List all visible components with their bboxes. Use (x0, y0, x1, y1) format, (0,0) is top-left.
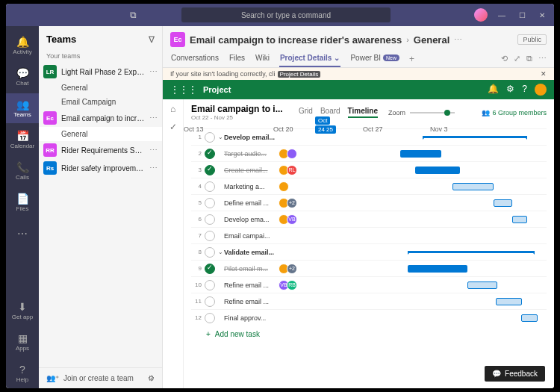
user-avatar[interactable] (474, 8, 488, 22)
waffle-icon[interactable]: ⋮⋮⋮ (170, 84, 197, 95)
maximize-button[interactable]: ☐ (516, 11, 529, 19)
assignees[interactable]: +2 (281, 264, 303, 274)
team-row[interactable]: LRLight Rail Phase 2 Expans...⋯ (39, 63, 162, 81)
task-checkbox[interactable] (205, 149, 215, 159)
assignees[interactable]: VB (281, 214, 303, 225)
view-grid[interactable]: Grid (299, 107, 313, 118)
chevron-icon[interactable]: ⌄ (218, 249, 224, 255)
feedback-button[interactable]: 💬 Feedback (485, 366, 545, 382)
rail-get-app[interactable]: ⬇Get app (6, 296, 39, 326)
task-row[interactable]: 4Marketing a... (191, 178, 547, 194)
gantt-bar[interactable] (496, 298, 522, 305)
task-checkbox[interactable] (205, 280, 215, 290)
gear-icon[interactable]: ⚙ (148, 374, 155, 382)
zoom-control[interactable]: Zoom (388, 109, 455, 116)
tab-power-bi[interactable]: Power BINew (349, 50, 400, 67)
close-button[interactable]: ✕ (536, 11, 548, 19)
task-checkbox[interactable] (205, 132, 215, 143)
gantt-bar[interactable] (408, 265, 467, 273)
assignees[interactable]: VBRB (281, 280, 303, 290)
team-row[interactable]: RRRider Requirements Survey⋯ (39, 141, 162, 159)
help-icon[interactable]: ? (522, 84, 527, 96)
add-tab-button[interactable]: + (409, 54, 414, 64)
task-row[interactable]: 8⌄Validate email... (191, 243, 547, 260)
filter-icon[interactable]: ∇ (149, 34, 155, 45)
close-warning-icon[interactable]: ✕ (541, 70, 547, 78)
task-checkbox[interactable] (205, 296, 215, 307)
join-create-team[interactable]: 👥⁺ Join or create a team ⚙ (39, 367, 162, 388)
task-row[interactable]: 2Target audie... (191, 145, 547, 161)
gantt-bar[interactable] (494, 199, 512, 207)
assignees[interactable]: +2 (281, 198, 303, 208)
profile-avatar[interactable] (535, 84, 547, 96)
team-row[interactable]: RsRider safety improvements⋯ (39, 159, 162, 177)
privacy-badge[interactable]: Public (517, 34, 547, 45)
tab-files[interactable]: Files (228, 50, 246, 67)
rail-teams[interactable]: 👥Teams (6, 93, 39, 123)
rail-activity[interactable]: 🔔Activity (6, 31, 39, 60)
task-checkbox[interactable] (205, 214, 215, 225)
task-row[interactable]: 10Refine email ...VBRB (191, 276, 547, 293)
task-checkbox[interactable] (205, 165, 215, 175)
task-checkbox[interactable] (205, 247, 215, 258)
expand-icon[interactable]: ⤢ (514, 54, 520, 63)
header-more[interactable]: ⋯ (454, 35, 462, 45)
gantt-bar[interactable] (512, 216, 527, 223)
search-input[interactable]: Search or type a command (181, 7, 391, 22)
gantt-bar[interactable] (415, 167, 460, 174)
breadcrumb-team[interactable]: Email campaign to increase rider's aware… (190, 34, 402, 46)
rail-help[interactable]: ?Help (6, 358, 39, 388)
refresh-icon[interactable]: ⟲ (501, 54, 508, 63)
task-row[interactable]: 12Final approv... (191, 309, 547, 326)
bell-icon[interactable]: 🔔 (488, 84, 499, 96)
task-row[interactable]: 5Define email ...+2 (191, 194, 547, 211)
task-checkbox[interactable] (205, 313, 215, 323)
tab-project-details[interactable]: Project Details⌄ (279, 50, 340, 67)
task-row[interactable]: 9Pilot email m...+2 (191, 260, 547, 276)
tab-wiki[interactable]: Wiki (255, 50, 270, 67)
gantt-bar[interactable] (400, 150, 441, 158)
rail-chat[interactable]: 💬Chat (6, 62, 39, 92)
check-icon[interactable]: ✓ (169, 122, 177, 132)
task-row[interactable]: 11Refine email ... (191, 293, 547, 309)
popout-icon[interactable]: ⧉ (526, 54, 532, 63)
minimize-button[interactable]: — (495, 11, 508, 19)
gantt-bar[interactable] (521, 314, 538, 322)
channel-item[interactable]: General (39, 127, 162, 141)
group-members[interactable]: 👥 6 Group members (482, 109, 547, 116)
gantt-bar[interactable] (408, 251, 535, 253)
add-task-button[interactable]: +Add new task (191, 326, 547, 343)
chevron-icon[interactable]: ⌄ (218, 134, 224, 140)
zoom-slider[interactable] (410, 112, 455, 113)
rail-apps[interactable]: ▦Apps (6, 327, 39, 357)
more-icon[interactable]: ⋯ (538, 54, 547, 63)
task-checkbox[interactable] (205, 198, 215, 208)
task-checkbox[interactable] (205, 231, 215, 241)
task-checkbox[interactable] (205, 181, 215, 192)
popout-icon[interactable]: ⧉ (130, 10, 137, 20)
assignees[interactable] (281, 149, 303, 159)
channel-item[interactable]: Email Campaign (39, 95, 162, 109)
team-row[interactable]: EcEmail campaign to increa...⋯ (39, 109, 162, 127)
task-row[interactable]: 6Develop ema...VB (191, 211, 547, 227)
task-row[interactable]: 1⌄Develop email... (191, 128, 547, 145)
assignees[interactable]: RL (281, 165, 303, 175)
team-more-icon[interactable]: ⋯ (149, 146, 158, 155)
rail-more[interactable]: ⋯ (6, 219, 39, 249)
rail-files[interactable]: 📄Files (6, 187, 39, 217)
channel-item[interactable]: General (39, 81, 162, 95)
task-checkbox[interactable] (205, 264, 215, 274)
gantt-bar[interactable] (467, 281, 497, 289)
tab-conversations[interactable]: Conversations (170, 50, 220, 67)
team-more-icon[interactable]: ⋯ (149, 164, 158, 173)
gantt-bar[interactable] (423, 136, 527, 138)
home-icon[interactable]: ⌂ (170, 104, 175, 114)
task-row[interactable]: 7Email campai... (191, 227, 547, 243)
view-timeline[interactable]: Timeline (348, 107, 378, 118)
settings-icon[interactable]: ⚙ (506, 84, 514, 96)
team-more-icon[interactable]: ⋯ (149, 67, 158, 77)
rail-calls[interactable]: 📞Calls (6, 156, 39, 186)
team-more-icon[interactable]: ⋯ (149, 113, 158, 123)
task-row[interactable]: 3Create email...RL (191, 161, 547, 178)
gantt-bar[interactable] (452, 183, 494, 190)
